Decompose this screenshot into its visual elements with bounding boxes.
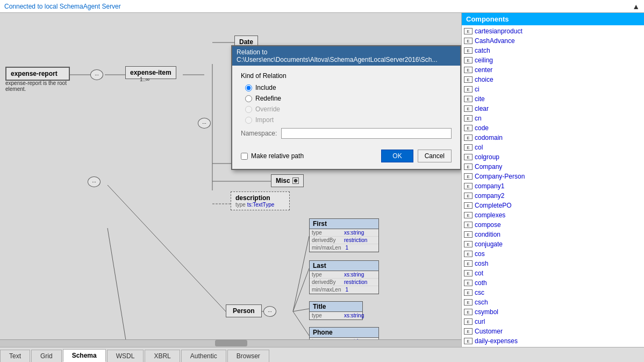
tab-xbrl[interactable]: XBRL <box>145 350 180 362</box>
component-item-cite[interactable]: Ecite <box>462 94 644 104</box>
radio-override-input[interactable] <box>245 106 252 113</box>
component-item-colgroup[interactable]: Ecolgroup <box>462 152 644 162</box>
comp-icon: E <box>464 38 473 44</box>
component-item-cot[interactable]: Ecot <box>462 268 644 278</box>
comp-icon: E <box>464 231 473 238</box>
component-item-customer[interactable]: ECustomer <box>462 326 644 336</box>
content-area: expense-report expense-report is the roo… <box>0 13 644 347</box>
modal-buttons: OK Cancel <box>381 150 452 162</box>
component-item-codomain[interactable]: Ecodomain <box>462 133 644 143</box>
component-item-completepo[interactable]: ECompletePO <box>462 201 644 210</box>
comp-icon: E <box>464 47 473 54</box>
comp-icon: E <box>464 76 473 83</box>
make-relative-checkbox[interactable] <box>241 153 248 160</box>
title-bar-text: Connected to local SchemaAgent Server <box>4 3 121 10</box>
comp-icon: E <box>464 183 473 189</box>
comp-icon: E <box>464 212 473 218</box>
comp-icon: E <box>464 28 473 34</box>
comp-icon: E <box>464 270 473 276</box>
component-item-daily-expenses[interactable]: Edaily-expenses <box>462 336 644 346</box>
title-bar: Connected to local SchemaAgent Server ▲ <box>0 0 644 13</box>
main-canvas[interactable]: expense-report expense-report is the roo… <box>0 13 461 347</box>
tab-browser[interactable]: Browser <box>227 350 269 362</box>
component-item-cartesianproduct[interactable]: Ecartesianproduct <box>462 26 644 36</box>
comp-icon: E <box>464 86 473 93</box>
radio-import[interactable]: Import <box>245 116 452 124</box>
radio-include-input[interactable] <box>245 84 252 91</box>
component-item-col[interactable]: Ecol <box>462 143 644 152</box>
ok-button[interactable]: OK <box>381 150 413 162</box>
modal-overlay: Relation to C:\Users\enc\Documents\Altov… <box>0 13 461 347</box>
radio-override[interactable]: Override <box>245 105 452 113</box>
tab-text[interactable]: Text <box>0 350 30 362</box>
radio-include-label: Include <box>255 84 276 91</box>
comp-icon: E <box>464 134 473 141</box>
component-item-clear[interactable]: Eclear <box>462 104 644 113</box>
modal-footer: Make relative path OK Cancel <box>232 145 460 169</box>
component-item-compose[interactable]: Ecompose <box>462 220 644 230</box>
comp-icon: E <box>464 222 473 228</box>
component-item-choice[interactable]: Echoice <box>462 75 644 84</box>
comp-icon: E <box>464 241 473 247</box>
component-item-company1[interactable]: Ecompany1 <box>462 181 644 191</box>
namespace-input[interactable] <box>281 128 452 139</box>
components-panel: Components EcartesianproductECashAdvance… <box>461 13 644 347</box>
component-item-ci[interactable]: Eci <box>462 84 644 94</box>
comp-icon: E <box>464 125 473 131</box>
comp-icon: E <box>464 260 473 267</box>
radio-redefine-input[interactable] <box>245 95 252 102</box>
component-item-csc[interactable]: Ecsc <box>462 288 644 297</box>
comp-icon: E <box>464 173 473 180</box>
radio-import-label: Import <box>255 116 274 124</box>
comp-icon: E <box>464 67 473 73</box>
component-item-csch[interactable]: Ecsch <box>462 297 644 307</box>
comp-icon: E <box>464 289 473 296</box>
component-item-cn[interactable]: Ecn <box>462 113 644 123</box>
component-item-cashadvance[interactable]: ECashAdvance <box>462 36 644 46</box>
component-item-company[interactable]: ECompany <box>462 162 644 172</box>
make-relative-checkbox-row: Make relative path <box>241 152 304 160</box>
modal-title: Relation to C:\Users\enc\Documents\Altov… <box>237 48 456 63</box>
comp-icon: E <box>464 280 473 286</box>
comp-icon: E <box>464 309 473 315</box>
component-item-coth[interactable]: Ecoth <box>462 278 644 288</box>
namespace-label: Namespace: <box>241 130 277 137</box>
tab-authentic[interactable]: Authentic <box>181 350 226 362</box>
make-relative-label: Make relative path <box>251 152 304 160</box>
title-bar-close[interactable]: ▲ <box>632 2 640 11</box>
radio-redefine[interactable]: Redefine <box>245 95 452 102</box>
radio-override-label: Override <box>255 105 280 113</box>
app-container: Connected to local SchemaAgent Server ▲ <box>0 0 644 362</box>
component-item-cos[interactable]: Ecos <box>462 249 644 259</box>
comp-icon: E <box>464 193 473 199</box>
tab-grid[interactable]: Grid <box>31 350 62 362</box>
radio-import-input[interactable] <box>245 117 252 124</box>
component-item-condition[interactable]: Econdition <box>462 230 644 239</box>
comp-icon: E <box>464 154 473 160</box>
components-list[interactable]: EcartesianproductECashAdvanceEcatchEceil… <box>462 25 644 347</box>
radio-group: Include Redefine Override <box>245 84 452 124</box>
component-item-csymbol[interactable]: Ecsymbol <box>462 307 644 317</box>
comp-icon: E <box>464 328 473 335</box>
component-item-ceiling[interactable]: Eceiling <box>462 55 644 65</box>
modal-title-bar: Relation to C:\Users\enc\Documents\Altov… <box>232 46 460 66</box>
comp-icon: E <box>464 105 473 112</box>
modal-dialog: Relation to C:\Users\enc\Documents\Altov… <box>231 45 461 170</box>
comp-icon: E <box>464 96 473 102</box>
tab-wsdl[interactable]: WSDL <box>107 350 144 362</box>
component-item-center[interactable]: Ecenter <box>462 65 644 75</box>
component-item-catch[interactable]: Ecatch <box>462 46 644 55</box>
radio-include[interactable]: Include <box>245 84 452 91</box>
tab-schema[interactable]: Schema <box>63 349 106 362</box>
comp-icon: E <box>464 57 473 63</box>
namespace-row: Namespace: <box>241 128 452 139</box>
component-item-curl[interactable]: Ecurl <box>462 317 644 326</box>
component-item-company2[interactable]: Ecompany2 <box>462 191 644 201</box>
comp-icon: E <box>464 202 473 209</box>
component-item-company-person[interactable]: ECompany-Person <box>462 172 644 181</box>
cancel-button[interactable]: Cancel <box>418 150 452 162</box>
component-item-conjugate[interactable]: Econjugate <box>462 239 644 249</box>
component-item-code[interactable]: Ecode <box>462 123 644 133</box>
component-item-cosh[interactable]: Ecosh <box>462 259 644 268</box>
component-item-complexes[interactable]: Ecomplexes <box>462 210 644 220</box>
